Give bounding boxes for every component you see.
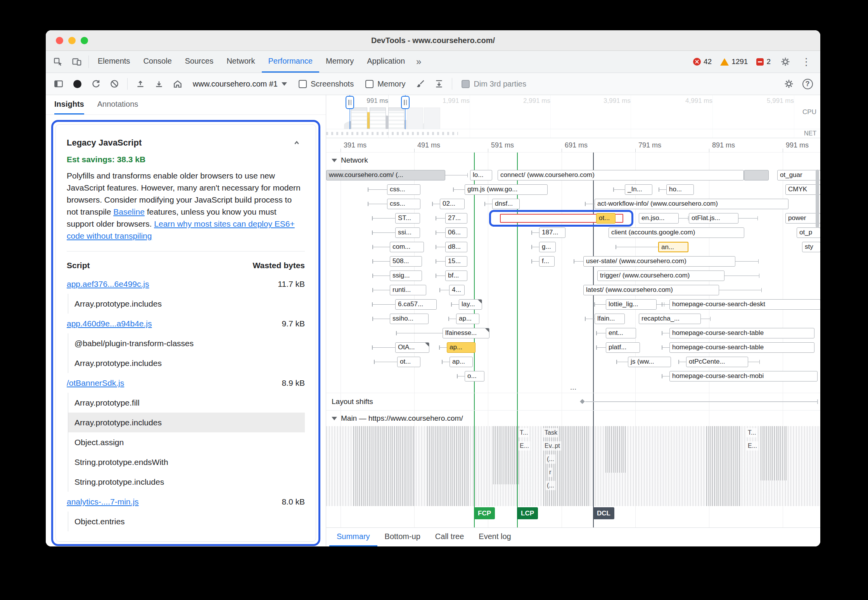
network-request[interactable]: homepage-course-search-mobi xyxy=(669,371,818,382)
filmstrip-thumbnail[interactable] xyxy=(370,108,386,129)
filmstrip-thumbnail[interactable] xyxy=(351,108,367,129)
network-request[interactable]: lay... xyxy=(459,299,482,310)
network-request[interactable]: lottie_lig... xyxy=(606,299,657,310)
main-thread-flamechart[interactable]: T...TaskE...Ev..pt(...r(...T...E... xyxy=(326,426,820,506)
network-request[interactable]: OtA... xyxy=(395,342,429,353)
network-request[interactable]: 187... xyxy=(539,227,565,238)
close-button[interactable] xyxy=(56,37,63,44)
network-request[interactable]: homepage-course-search-table xyxy=(669,328,814,338)
network-request[interactable]: ot... xyxy=(397,357,420,367)
kebab-menu-icon[interactable]: ⋮ xyxy=(797,56,816,68)
network-request[interactable]: f... xyxy=(539,256,555,267)
network-request[interactable]: 508... xyxy=(390,256,422,267)
network-request[interactable]: 15... xyxy=(445,256,467,267)
network-request[interactable]: power xyxy=(785,213,820,224)
minimize-button[interactable] xyxy=(68,37,76,44)
bottom-tab-call-tree[interactable]: Call tree xyxy=(428,528,471,546)
record-button[interactable] xyxy=(68,75,86,93)
script-link[interactable]: app.aef376...6e499c.js xyxy=(67,279,149,289)
network-request[interactable]: ssi... xyxy=(395,227,420,238)
network-request[interactable]: o... xyxy=(465,371,484,382)
network-request[interactable]: d8... xyxy=(445,242,467,252)
settings-button[interactable] xyxy=(776,57,795,67)
paint-flash-button[interactable] xyxy=(412,75,429,93)
network-request[interactable]: ap... xyxy=(456,314,479,324)
network-request[interactable]: www.coursehero.com/ (... xyxy=(326,170,445,180)
network-request[interactable] xyxy=(744,170,769,180)
tab-network[interactable]: Network xyxy=(220,51,261,73)
brush-handle[interactable] xyxy=(346,96,354,109)
brush-handle[interactable] xyxy=(401,96,410,109)
upload-profile-button[interactable] xyxy=(131,75,149,93)
home-button[interactable] xyxy=(169,75,187,93)
device-toolbar-button[interactable] xyxy=(67,51,86,73)
network-request[interactable]: ot_guar xyxy=(777,170,820,180)
help-button[interactable]: ? xyxy=(799,75,816,93)
network-request[interactable]: 6.ca57... xyxy=(395,299,437,310)
collapse-insight-button[interactable] xyxy=(289,135,305,151)
network-request[interactable]: 06... xyxy=(445,227,467,238)
network-request[interactable]: an... xyxy=(658,242,688,252)
network-request[interactable]: homepage-course-search-table xyxy=(669,342,814,353)
network-request[interactable]: css... xyxy=(387,184,420,195)
network-request[interactable]: latest/ (www.coursehero.com) xyxy=(583,285,719,295)
network-request[interactable]: otPcCente... xyxy=(686,357,748,367)
issue-count-badge[interactable]: 2 xyxy=(753,57,774,66)
inspect-element-button[interactable] xyxy=(49,51,67,73)
vertical-scrollbar[interactable] xyxy=(816,170,819,333)
network-request[interactable]: connect/ (www.coursehero.com) xyxy=(498,170,744,180)
network-request[interactable]: CMYK xyxy=(785,184,820,195)
screenshots-checkbox[interactable]: Screenshots xyxy=(293,80,359,88)
capture-settings-button[interactable] xyxy=(780,75,798,93)
sidebar-tab-insights[interactable]: Insights xyxy=(54,95,84,114)
warning-count-badge[interactable]: 1291 xyxy=(717,57,751,66)
network-request[interactable]: 4... xyxy=(449,285,465,295)
download-profile-button[interactable] xyxy=(150,75,168,93)
network-request[interactable]: otFlat.js... xyxy=(689,213,738,224)
timeline-overview[interactable]: 991 ms1,991 ms2,991 ms3,991 ms4,991 ms5,… xyxy=(326,95,820,138)
network-request[interactable]: ent... xyxy=(606,328,636,338)
network-request[interactable]: runti... xyxy=(390,285,426,295)
error-count-badge[interactable]: 42 xyxy=(690,57,715,66)
tab-elements[interactable]: Elements xyxy=(91,51,137,73)
tab-application[interactable]: Application xyxy=(360,51,412,73)
network-request[interactable]: 27... xyxy=(445,213,467,224)
reload-and-record-button[interactable] xyxy=(87,75,105,93)
network-request[interactable]: lo... xyxy=(470,170,492,180)
insight-link[interactable]: Baseline xyxy=(113,207,145,216)
network-request[interactable]: ST... xyxy=(395,213,420,224)
filmstrip-thumbnail[interactable] xyxy=(388,108,405,129)
sidebar-tab-annotations[interactable]: Annotations xyxy=(97,95,138,114)
script-link[interactable]: analytics-....7-min.js xyxy=(67,497,139,506)
network-request[interactable]: act-workflow-info/ (www.coursehero.com) xyxy=(595,199,788,209)
profile-select[interactable]: www.coursehero.com #1 xyxy=(187,80,292,88)
network-request[interactable]: js (ww... xyxy=(628,357,671,367)
network-request[interactable]: lfain... xyxy=(595,314,625,324)
network-request[interactable]: dnsf... xyxy=(492,199,520,209)
layout-shifts-track[interactable]: Layout shifts xyxy=(326,393,820,410)
network-request[interactable]: css... xyxy=(387,199,420,209)
network-request[interactable]: homepage-course-search-deskt xyxy=(669,299,820,310)
network-request[interactable]: trigger/ (www.coursehero.com) xyxy=(597,271,724,281)
network-request[interactable]: lfainesse... xyxy=(443,328,489,338)
more-requests-indicator[interactable]: ... xyxy=(326,383,820,393)
script-link[interactable]: /otBannerSdk.js xyxy=(67,378,124,388)
network-request[interactable]: recaptcha_... xyxy=(639,314,701,324)
network-request[interactable]: ap... xyxy=(450,357,473,367)
network-request[interactable]: en.jso... xyxy=(639,213,679,224)
collect-garbage-button[interactable] xyxy=(430,75,448,93)
network-request[interactable]: 02... xyxy=(440,199,465,209)
network-request[interactable]: ho... xyxy=(666,184,694,195)
network-request[interactable]: ssiho... xyxy=(390,314,429,324)
network-request[interactable]: g... xyxy=(539,242,556,252)
network-request[interactable]: com... xyxy=(390,242,424,252)
network-request[interactable]: ap... xyxy=(447,342,475,353)
network-request[interactable]: bf... xyxy=(445,271,467,281)
bottom-tab-bottom-up[interactable]: Bottom-up xyxy=(377,528,428,546)
network-request[interactable]: gtm.js (www.go... xyxy=(465,184,548,195)
script-link[interactable]: app.460d9e...a94b4e.js xyxy=(67,319,152,328)
network-request[interactable]: user-state/ (www.coursehero.com) xyxy=(583,256,735,267)
legacy-javascript-insight-card[interactable]: Legacy JavaScript Est savings: 38.3 kB P… xyxy=(55,124,316,542)
clear-button[interactable] xyxy=(105,75,123,93)
tab-console[interactable]: Console xyxy=(137,51,178,73)
